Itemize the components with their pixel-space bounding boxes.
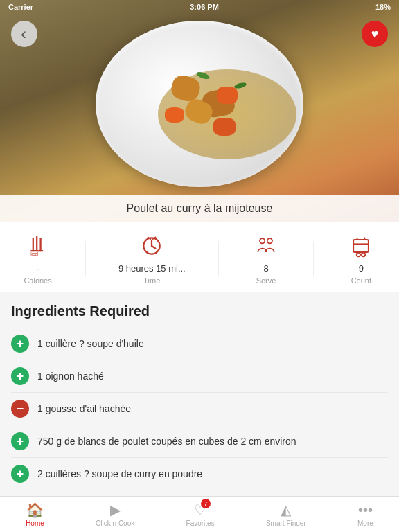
serve-value: 8 (263, 263, 268, 274)
home-label: Home (26, 520, 44, 527)
svg-point-17 (362, 253, 365, 256)
ingredient-text-3: 750 g de blancs de poulet coupés en cube… (37, 436, 296, 447)
svg-text:kcal: kcal (30, 251, 38, 256)
battery-label: 18% (375, 3, 391, 11)
ingredient-text-4: 2 cuillères ? soupe de curry en poudre (37, 468, 202, 479)
svg-rect-12 (354, 240, 369, 252)
favorites-badge-container: ♡ 7 (194, 502, 206, 518)
svg-line-7 (152, 246, 155, 249)
nav-home[interactable]: 🏠 Home (20, 499, 50, 530)
ingredient-item-4[interactable]: +2 cuillères ? soupe de curry en poudre (11, 458, 388, 490)
svg-point-16 (357, 253, 360, 256)
home-icon: 🏠 (26, 502, 44, 518)
ingredients-title: Ingredients Required (11, 303, 388, 319)
recipe-title: Poulet au curry à la mijoteuse (0, 195, 399, 222)
divider-2 (218, 241, 219, 276)
calories-value: - (36, 263, 39, 274)
ingredient-item-1[interactable]: +1 oignon haché (11, 360, 388, 393)
calories-icon: kcal (24, 231, 53, 260)
svg-point-10 (260, 238, 265, 243)
time-value: 9 heures 15 mi... (118, 263, 186, 274)
ingredient-item-3[interactable]: +750 g de blancs de poulet coupés en cub… (11, 425, 388, 458)
time-label: 3:06 PM (190, 3, 219, 11)
favorites-label: Favorites (186, 520, 215, 527)
stats-row: kcal - Calories 9 heures 15 mi... Time (0, 222, 399, 292)
ingredient-text-1: 1 oignon haché (37, 371, 104, 382)
ingredient-item-2[interactable]: −1 gousse d'ail hachée (11, 393, 388, 425)
nav-more[interactable]: ••• More (352, 499, 379, 530)
divider-1 (85, 241, 86, 276)
nav-favorites[interactable]: ♡ 7 Favorites (181, 499, 220, 530)
favorite-button[interactable]: ♥ (362, 21, 388, 47)
nav-click-cook[interactable]: ▶ Click n Cook (90, 499, 140, 530)
ingredient-item-0[interactable]: +1 cuillère ? soupe d'huile (11, 328, 388, 360)
add-icon: + (11, 465, 29, 483)
divider-3 (313, 241, 314, 276)
remove-icon: − (11, 400, 29, 418)
click-cook-icon: ▶ (110, 502, 121, 518)
status-bar: Carrier 3:06 PM 18% (0, 0, 399, 14)
more-icon: ••• (358, 502, 373, 518)
time-label: Time (143, 276, 160, 285)
plate (96, 21, 303, 187)
carrot-2 (165, 107, 184, 123)
nav-smart-finder[interactable]: ◭ Smart Finder (260, 499, 312, 530)
serve-label: Serve (256, 276, 276, 285)
add-icon: + (11, 367, 29, 385)
status-right: 18% (375, 3, 391, 11)
smart-finder-label: Smart Finder (266, 520, 306, 527)
calories-label: Calories (24, 276, 51, 285)
smart-finder-icon: ◭ (281, 502, 291, 518)
count-value: 9 (359, 263, 364, 274)
ingredient-text-2: 1 gousse d'ail hachée (37, 403, 131, 414)
stat-calories: kcal - Calories (24, 231, 53, 285)
ingredients-section: Ingredients Required +1 cuillère ? soupe… (0, 292, 399, 508)
back-button[interactable] (11, 21, 37, 47)
favorites-badge: 7 (201, 499, 211, 508)
more-label: More (357, 520, 373, 527)
bottom-nav: 🏠 Home ▶ Click n Cook ♡ 7 Favorites ◭ Sm… (0, 496, 399, 532)
serve-icon (251, 231, 281, 260)
count-label: Count (351, 276, 371, 285)
stat-serve: 8 Serve (251, 231, 281, 285)
ingredients-list: +1 cuillère ? soupe d'huile+1 oignon hac… (11, 328, 388, 508)
stat-count: 9 Count (346, 231, 375, 285)
click-cook-label: Click n Cook (96, 520, 134, 527)
carrier-label: Carrier (8, 3, 33, 11)
add-icon: + (11, 335, 29, 353)
stat-time: 9 heures 15 mi... Time (118, 231, 186, 285)
add-icon: + (11, 432, 29, 450)
carrot-1 (217, 87, 238, 104)
ingredient-text-0: 1 cuillère ? soupe d'huile (37, 338, 144, 349)
svg-point-11 (267, 238, 272, 243)
carrot-3 (213, 118, 236, 136)
time-icon (137, 231, 166, 260)
hero-section: ♥ Poulet au curry à la mijoteuse (0, 0, 399, 222)
count-icon (346, 231, 375, 260)
